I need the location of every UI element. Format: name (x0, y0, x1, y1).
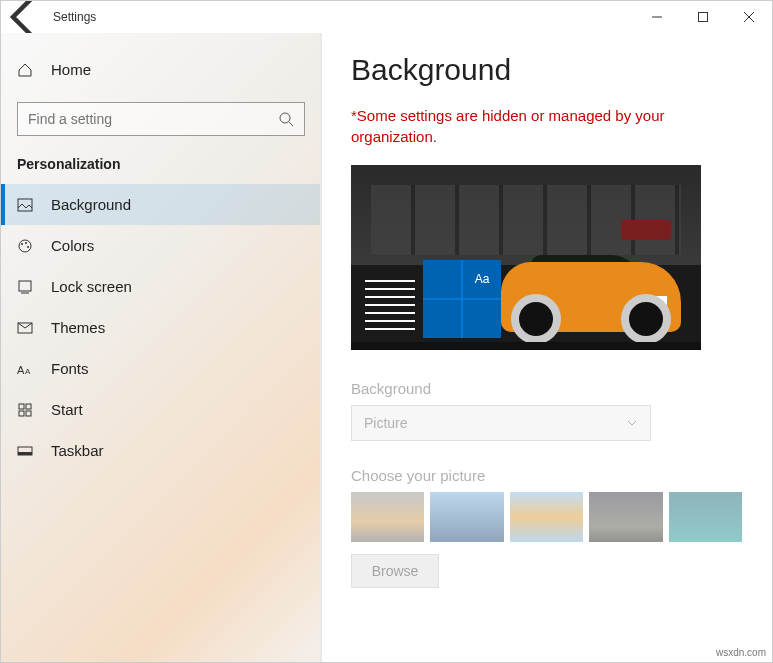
lock-screen-icon (17, 279, 33, 295)
themes-icon (17, 320, 33, 336)
home-label: Home (51, 61, 91, 78)
home-button[interactable]: Home (1, 53, 321, 86)
sidebar-item-colors[interactable]: Colors (1, 225, 321, 266)
sidebar: Home Personalization Background Colors L… (1, 33, 321, 662)
picture-thumb-3 (510, 492, 583, 542)
close-icon (744, 12, 754, 22)
browse-button: Browse (351, 554, 439, 588)
desktop-preview: Aa (351, 165, 701, 350)
main-content: Background *Some settings are hidden or … (321, 33, 772, 662)
window-title: Settings (53, 10, 96, 24)
svg-point-6 (27, 246, 29, 248)
picture-thumb-1 (351, 492, 424, 542)
minimize-icon (652, 12, 662, 22)
svg-point-4 (21, 243, 23, 245)
palette-icon (17, 238, 33, 254)
choose-picture-label: Choose your picture (351, 467, 742, 484)
search-input-container[interactable] (17, 102, 305, 136)
watermark: wsxdn.com (716, 647, 766, 658)
dropdown-value: Picture (364, 415, 408, 431)
svg-rect-16 (18, 452, 32, 455)
start-icon (17, 402, 33, 418)
close-button[interactable] (726, 1, 772, 33)
page-title: Background (351, 53, 742, 87)
sidebar-item-label: Taskbar (51, 442, 104, 459)
picture-thumbnails (351, 492, 742, 542)
preview-foreground-car (491, 210, 701, 350)
titlebar: Settings (1, 1, 772, 33)
preview-taskbar (351, 342, 701, 350)
picture-thumb-5 (669, 492, 742, 542)
svg-text:A: A (25, 367, 31, 376)
category-heading: Personalization (1, 156, 321, 184)
back-button[interactable] (1, 1, 49, 33)
svg-rect-12 (26, 404, 31, 409)
background-type-dropdown: Picture (351, 405, 651, 441)
svg-rect-2 (18, 199, 32, 211)
search-input[interactable] (28, 111, 278, 127)
search-icon (278, 111, 294, 127)
sidebar-item-themes[interactable]: Themes (1, 307, 321, 348)
picture-icon (17, 197, 33, 213)
chevron-down-icon (626, 417, 638, 429)
picture-thumb-2 (430, 492, 503, 542)
fonts-icon: AA (17, 361, 33, 377)
org-warning-text: *Some settings are hidden or managed by … (351, 105, 711, 147)
sidebar-item-label: Themes (51, 319, 105, 336)
background-label: Background (351, 380, 742, 397)
home-icon (17, 62, 33, 78)
sidebar-item-lock-screen[interactable]: Lock screen (1, 266, 321, 307)
maximize-button[interactable] (680, 1, 726, 33)
sidebar-item-label: Background (51, 196, 131, 213)
svg-text:A: A (17, 364, 25, 376)
svg-rect-13 (19, 411, 24, 416)
minimize-button[interactable] (634, 1, 680, 33)
sidebar-item-label: Colors (51, 237, 94, 254)
preview-aa-tile: Aa (463, 260, 501, 298)
maximize-icon (698, 12, 708, 22)
window-controls (634, 1, 772, 33)
preview-start-tiles: Aa (423, 260, 501, 338)
sidebar-item-label: Start (51, 401, 83, 418)
sidebar-item-label: Fonts (51, 360, 89, 377)
svg-rect-0 (699, 13, 708, 22)
svg-point-5 (25, 242, 27, 244)
sidebar-item-start[interactable]: Start (1, 389, 321, 430)
svg-rect-11 (19, 404, 24, 409)
svg-rect-14 (26, 411, 31, 416)
picture-thumb-4 (589, 492, 662, 542)
svg-point-1 (280, 113, 290, 123)
taskbar-icon (17, 443, 33, 459)
preview-menu-lines (365, 274, 415, 336)
sidebar-item-fonts[interactable]: AA Fonts (1, 348, 321, 389)
sidebar-item-taskbar[interactable]: Taskbar (1, 430, 321, 471)
sidebar-item-label: Lock screen (51, 278, 132, 295)
sidebar-item-background[interactable]: Background (1, 184, 321, 225)
svg-rect-7 (19, 281, 31, 291)
svg-point-3 (19, 240, 31, 252)
